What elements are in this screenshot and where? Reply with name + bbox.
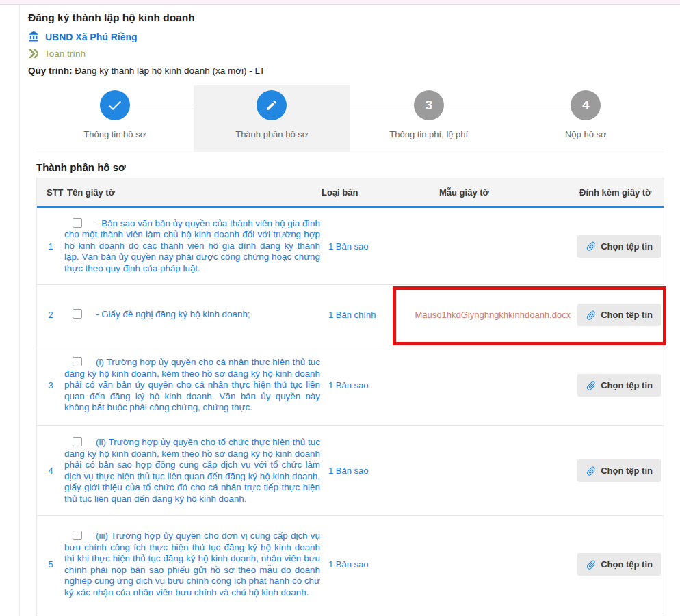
step-2-thanh-phan-ho-so[interactable]: Thành phần hồ sơ — [194, 85, 351, 152]
pencil-icon — [265, 99, 278, 111]
row-number: 4 — [37, 466, 64, 476]
step-3-number: 3 — [425, 98, 432, 113]
attachment-cell: Chọn tệp tin — [402, 374, 664, 397]
table-row: 1 - Bản sao văn bản ủy quyền của thành v… — [37, 208, 664, 285]
paperclip-icon — [584, 239, 599, 254]
row-number: 5 — [37, 559, 64, 570]
choose-file-button[interactable]: Chọn tệp tin — [577, 235, 661, 258]
attachment-cell: Chọn tệp tin — [402, 459, 664, 482]
row-number: 3 — [37, 380, 64, 390]
document-checkbox[interactable] — [73, 309, 82, 319]
row-number: 1 — [37, 241, 64, 252]
paperclip-icon — [584, 377, 599, 393]
choose-file-button[interactable]: Chọn tệp tin — [577, 374, 661, 397]
column-header-stt: STT — [47, 187, 64, 198]
document-checkbox[interactable] — [73, 218, 82, 228]
attachment-cell: Chọn tệp tin — [402, 235, 664, 258]
document-name: (i) Trường hợp ủy quyền cho cá nhân thực… — [64, 357, 320, 412]
choose-file-label: Chọn tệp tin — [601, 559, 653, 570]
service-level-label: Toàn trình — [44, 49, 86, 59]
document-name: - Giấy đề nghị đăng ký hộ kinh doanh; — [96, 309, 250, 319]
column-header-name: Tên giấy tờ — [67, 187, 115, 198]
table-row-partial — [37, 613, 664, 616]
choose-file-button[interactable]: Chọn tệp tin — [577, 459, 661, 482]
documents-table: STT Tên giấy tờ Loại bản Mẫu giấy tờ Đín… — [36, 178, 664, 616]
column-header-form: Mẫu giấy tờ — [439, 187, 489, 198]
choose-file-label: Chọn tệp tin — [601, 380, 653, 390]
step-2-label: Thành phần hồ sơ — [194, 129, 351, 139]
choose-file-button[interactable]: Chọn tệp tin — [577, 304, 661, 326]
wizard-stepper: Thông tin hồ sơ Thành phần hồ sơ 3 Thông… — [36, 85, 664, 152]
process-value: Đăng ký thành lập hộ kinh doanh (xã mới)… — [73, 66, 265, 76]
step-2-circle — [257, 90, 287, 120]
document-name: - Bản sao văn bản ủy quyền của thành viê… — [64, 218, 320, 273]
paperclip-icon — [584, 307, 599, 323]
paperclip-icon — [584, 557, 599, 572]
step-1-circle — [100, 90, 130, 120]
table-body: 1 - Bản sao văn bản ủy quyền của thành v… — [37, 208, 664, 613]
process-row: Quy trình: Đăng ký thành lập hộ kinh doa… — [28, 66, 680, 76]
document-name: (ii) Trường hợp ủy quyền cho tổ chức thự… — [64, 437, 320, 504]
row-number: 2 — [37, 310, 64, 320]
document-checkbox[interactable] — [73, 437, 82, 446]
step-1-thong-tin-ho-so[interactable]: Thông tin hồ sơ — [36, 85, 194, 152]
table-row: 4 (ii) Trường hợp ủy quyền cho tổ chức t… — [37, 426, 664, 516]
table-header: STT Tên giấy tờ Loại bản Mẫu giấy tờ Đín… — [37, 178, 664, 208]
copy-type: 1 Bản chính — [320, 310, 402, 320]
attachment-cell: Chọn tệp tin — [402, 553, 664, 576]
table-row: 2 - Giấy đề nghị đăng ký hộ kinh doanh; … — [37, 285, 664, 345]
copy-type: 1 Bản sao — [320, 559, 402, 570]
choose-file-label: Chọn tệp tin — [601, 466, 653, 476]
process-label: Quy trình: — [28, 66, 73, 76]
step-4-label: Nộp hồ sơ — [508, 129, 665, 139]
copy-type: 1 Bản sao — [320, 380, 402, 390]
top-accent-bar — [0, 0, 680, 5]
attachment-cell: Mauso1hkdGiynghngkhkinhdoanh.docx Chọn t… — [402, 304, 664, 326]
page-title: Đăng ký thành lập hộ kinh doanh — [28, 11, 680, 25]
copy-type: 1 Bản sao — [320, 241, 402, 252]
table-row: 5 (iii) Trường hợp ủy quyền cho đơn vị c… — [37, 516, 664, 613]
document-checkbox[interactable] — [73, 531, 82, 540]
step-1-label: Thông tin hồ sơ — [36, 129, 194, 139]
document-checkbox[interactable] — [73, 357, 82, 366]
paperclip-icon — [584, 463, 599, 479]
check-icon — [107, 97, 123, 113]
step-4-number: 4 — [582, 98, 590, 113]
document-name: (iii) Trường hợp ủy quyền cho đơn vị cun… — [64, 531, 320, 598]
step-4-circle: 4 — [571, 90, 601, 120]
copy-type: 1 Bản sao — [320, 466, 402, 476]
column-header-copy: Loại bản — [322, 187, 358, 198]
choose-file-label: Chọn tệp tin — [601, 241, 653, 252]
government-building-icon — [28, 31, 40, 42]
agency-row: UBND Xã Phú Riềng — [28, 31, 680, 42]
step-3-thong-tin-phi[interactable]: 3 Thông tin phí, lệ phí — [350, 85, 508, 152]
table-row: 3 (i) Trường hợp ủy quyền cho cá nhân th… — [37, 345, 664, 426]
step-3-circle: 3 — [414, 90, 444, 120]
attached-filename[interactable]: Mauso1hkdGiynghngkhkinhdoanh.docx — [415, 310, 571, 320]
choose-file-button[interactable]: Chọn tệp tin — [577, 553, 661, 576]
main-content: Đăng ký thành lập hộ kinh doanh UBND Xã … — [19, 5, 680, 616]
agency-name: UBND Xã Phú Riềng — [45, 31, 138, 42]
double-chevron-icon — [28, 49, 38, 58]
step-3-label: Thông tin phí, lệ phí — [350, 129, 508, 139]
section-title: Thành phần hồ sơ — [36, 161, 680, 173]
choose-file-label: Chọn tệp tin — [601, 310, 653, 320]
column-header-attach: Đính kèm giấy tờ — [579, 187, 651, 198]
step-4-nop-ho-so[interactable]: 4 Nộp hồ sơ — [508, 85, 665, 152]
service-level-row: Toàn trình — [28, 49, 680, 59]
